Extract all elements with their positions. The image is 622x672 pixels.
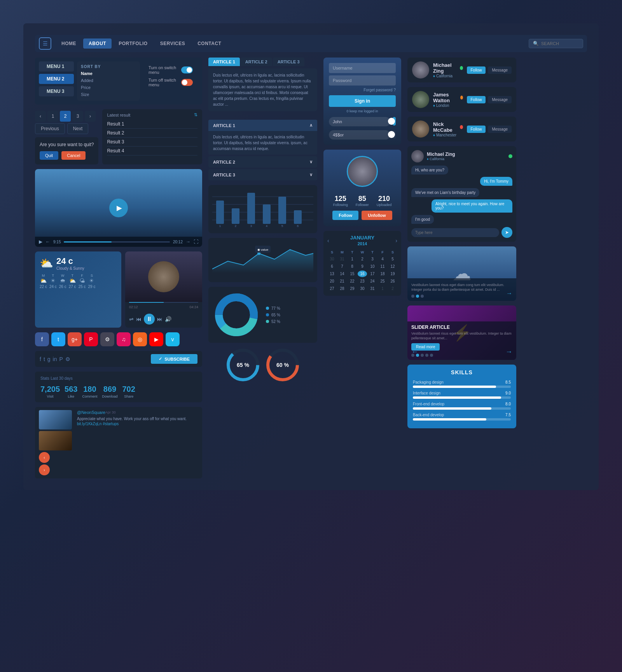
username-input[interactable] [329,63,396,73]
accordion-header-2[interactable]: ARTICLE 2 ∨ [208,156,317,168]
toggle-inline[interactable] [393,117,396,126]
music-progress-bar[interactable] [129,302,198,303]
toggle-inline-2[interactable] [393,130,396,139]
nav-home[interactable]: HOME [56,38,82,49]
slider-arrow-right[interactable]: → [505,348,512,356]
cal-day-2b[interactable]: 2 [388,285,397,292]
cal-day-1[interactable]: 1 [348,256,357,262]
cal-day-7[interactable]: 7 [337,263,347,270]
cal-day-26[interactable]: 26 [388,278,397,285]
dot-s4[interactable] [425,354,428,357]
sort-price[interactable]: Price [81,84,136,91]
follow-button[interactable]: Follow [332,211,358,220]
cal-day-31b[interactable]: 31 [368,285,377,292]
dot-s3[interactable] [421,354,424,357]
result-1[interactable]: Result 1 [107,120,197,129]
vimeo-icon[interactable]: v [166,332,180,346]
skip-forward-icon[interactable]: → [186,239,190,244]
tweet-username[interactable]: @NeonSquare [77,410,105,415]
cal-day-28[interactable]: 28 [337,285,347,292]
cal-day-3[interactable]: 3 [368,256,377,262]
next-button[interactable]: Next [67,123,89,134]
dot-1[interactable] [411,295,414,298]
extra-input[interactable] [329,130,390,140]
message-btn-3[interactable]: Message [488,126,512,133]
menu-item-2[interactable]: MENU 2 [39,74,74,84]
quit-button[interactable]: Quit [40,151,58,160]
cal-day-30[interactable]: 30 [327,256,337,262]
rss-icon[interactable]: ◎ [133,332,147,346]
sub-in-icon[interactable]: in [53,356,57,362]
sub-gp-icon[interactable]: g [47,356,51,362]
fullscreen-icon[interactable]: ⛶ [194,239,198,244]
cal-day-31[interactable]: 31 [337,256,347,262]
menu-item-3[interactable]: MENU 3 [39,86,74,96]
cal-day-13[interactable]: 13 [327,271,337,277]
result-2[interactable]: Result 2 [107,129,197,138]
cal-day-24[interactable]: 24 [368,278,377,285]
search-input[interactable] [541,41,579,46]
slider-arrow-left[interactable]: ← [411,348,418,356]
follow-btn-2[interactable]: Follow [467,96,486,103]
chat-send-button[interactable]: ➤ [501,227,512,238]
page-2[interactable]: 2 [60,111,71,122]
nav-about[interactable]: ABOUT [83,38,112,49]
message-btn-1[interactable]: Message [488,66,512,74]
cal-day-4[interactable]: 4 [378,256,387,262]
cal-day-1b[interactable]: 1 [378,285,387,292]
calendar-next[interactable]: › [395,237,397,244]
nav-search-box[interactable]: 🔍 [529,39,583,48]
cal-day-8[interactable]: 8 [348,263,357,270]
page-3[interactable]: 3 [72,111,83,122]
cal-day-11[interactable]: 11 [378,263,387,270]
cal-day-14[interactable]: 14 [337,271,347,277]
cal-day-9[interactable]: 9 [358,263,367,270]
tab-article-3[interactable]: ARTICLE 3 [273,58,304,66]
tweet-prev-btn[interactable]: ‹ [39,452,50,463]
name-input[interactable] [329,117,390,126]
tab-article-1[interactable]: ARTICLE 1 [208,58,240,66]
facebook-icon[interactable]: f [35,332,49,346]
accordion-header-3[interactable]: ARTICLE 3 ∨ [208,169,317,180]
nav-contact[interactable]: CONTACT [192,38,227,49]
cal-day-20[interactable]: 20 [327,278,337,285]
skip-back-icon[interactable]: ← [45,239,50,244]
page-prev[interactable]: ‹ [35,111,46,122]
page-next[interactable]: › [85,111,96,122]
twitter-icon[interactable]: t [51,332,65,346]
forgot-password-link[interactable]: Forget password ? [329,88,396,92]
play-button[interactable] [109,199,128,217]
sort-size[interactable]: Size [81,91,136,98]
toggle-on[interactable] [181,66,193,73]
cal-day-19[interactable]: 19 [388,271,397,277]
nav-services[interactable]: SERVICES [155,38,190,49]
settings-icon[interactable]: ⚙ [100,332,114,346]
menu-item-1[interactable]: MENU 1 [39,61,74,72]
dot-s5[interactable] [430,354,433,357]
message-btn-2[interactable]: Message [488,96,512,103]
password-input[interactable] [329,75,396,86]
tweet-link[interactable]: bit.ly/1KkZqLn #startups [77,422,198,426]
google-plus-icon[interactable]: g+ [68,332,82,346]
subscribe-button[interactable]: ✓ SUBSCRIBE [151,354,197,364]
video-progress-bar[interactable] [64,241,170,243]
toggle-off[interactable] [181,79,193,86]
keep-logged-check[interactable]: 0 keep me logged in [329,109,396,113]
nav-logo[interactable]: ☰ [39,37,51,50]
cal-day-22[interactable]: 22 [348,278,357,285]
youtube-icon[interactable]: ▶ [149,332,163,346]
unfollow-button[interactable]: Unfollow [362,211,392,220]
rewind-icon[interactable]: ▶ [39,239,42,244]
pinterest-icon[interactable]: P [84,332,98,346]
sub-tw-icon[interactable]: t [44,356,45,362]
volume-icon[interactable]: 🔊 [165,316,171,322]
cal-day-21[interactable]: 21 [337,278,347,285]
accordion-header-1[interactable]: ARTICLE 1 ∧ [208,120,317,131]
sort-name[interactable]: Name [81,70,136,77]
prev-button[interactable]: Previous [35,123,65,134]
dot-2[interactable] [416,295,419,298]
cal-day-29[interactable]: 29 [348,285,357,292]
cal-day-12[interactable]: 12 [388,263,397,270]
cal-day-25[interactable]: 25 [378,278,387,285]
follow-btn-3[interactable]: Follow [467,126,486,133]
